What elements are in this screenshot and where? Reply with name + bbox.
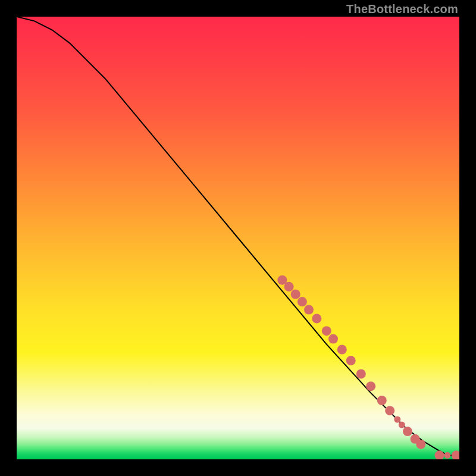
data-point bbox=[444, 452, 450, 459]
data-point bbox=[284, 282, 294, 292]
data-point bbox=[416, 440, 425, 449]
data-point bbox=[291, 290, 300, 299]
data-point bbox=[403, 427, 412, 436]
data-point bbox=[346, 356, 356, 365]
data-point bbox=[312, 314, 321, 323]
data-point bbox=[399, 422, 405, 428]
data-point bbox=[337, 345, 347, 355]
chart-overlay bbox=[17, 17, 459, 459]
data-point bbox=[328, 334, 338, 344]
curve-line bbox=[17, 17, 459, 456]
data-point bbox=[298, 297, 307, 306]
watermark-text: TheBottleneck.com bbox=[346, 2, 458, 16]
data-point bbox=[356, 369, 366, 378]
data-point bbox=[385, 406, 394, 415]
data-point bbox=[366, 381, 375, 391]
chart-stage: TheBottleneck.com bbox=[0, 0, 476, 476]
data-point bbox=[377, 396, 387, 405]
data-point bbox=[452, 450, 459, 459]
plot-area bbox=[17, 17, 459, 459]
dots-group bbox=[277, 275, 459, 459]
data-point bbox=[322, 326, 331, 336]
data-point bbox=[304, 305, 314, 315]
data-point bbox=[394, 416, 400, 423]
